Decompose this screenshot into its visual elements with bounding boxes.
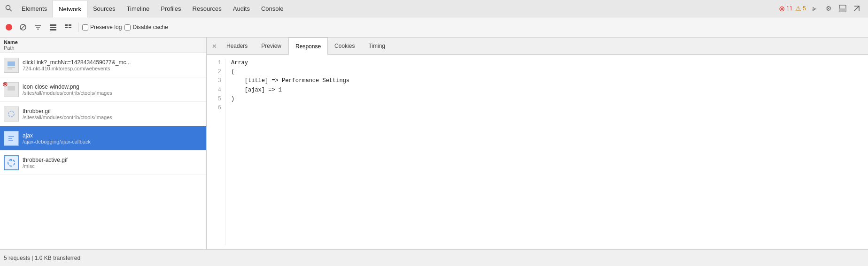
main-layout: Name Path clickLink?_mchNc=1428434459077… <box>0 38 868 249</box>
nav-item-sources[interactable]: Sources <box>87 0 121 17</box>
record-button[interactable] <box>6 24 12 30</box>
disable-cache-group: Disable cache <box>124 24 168 30</box>
preserve-log-checkbox[interactable] <box>82 24 88 30</box>
svg-rect-18 <box>8 86 15 91</box>
svg-rect-6 <box>50 24 56 26</box>
settings-icon[interactable]: ⚙ <box>823 3 834 14</box>
nav-item-profiles[interactable]: Profiles <box>155 0 186 17</box>
nav-item-elements[interactable]: Elements <box>16 0 53 17</box>
right-tabs: ✕ Headers Preview Response Cookies Timin… <box>207 38 868 55</box>
file-path: /sites/all/modules/contrib/ctools/images <box>23 90 112 96</box>
tab-preview[interactable]: Preview <box>255 38 288 55</box>
view-detail-button[interactable] <box>62 21 74 33</box>
file-path: /sites/all/modules/contrib/ctools/images <box>23 114 112 120</box>
file-name: ajax <box>23 132 91 139</box>
response-content: 1 2 3 4 5 6 Array ( [title] => Performan… <box>207 55 868 249</box>
status-text: 5 requests | 1.0 KB transferred <box>4 255 80 261</box>
column-header-name: Name <box>4 39 18 45</box>
left-panel: Name Path clickLink?_mchNc=1428434459077… <box>0 38 207 249</box>
left-panel-header: Name Path <box>0 38 206 53</box>
clear-button[interactable] <box>17 21 29 33</box>
separator-1 <box>78 23 78 32</box>
file-info: icon-close-window.png /sites/all/modules… <box>23 84 112 96</box>
file-info: throbber.gif /sites/all/modules/contrib/… <box>23 108 112 120</box>
svg-rect-3 <box>839 8 846 12</box>
close-panel-button[interactable]: ✕ <box>209 40 220 52</box>
nav-item-network[interactable]: Network <box>53 0 87 17</box>
file-item[interactable]: ⊗ icon-close-window.png /sites/all/modul… <box>0 77 206 102</box>
svg-rect-12 <box>69 27 71 28</box>
right-panel: ✕ Headers Preview Response Cookies Timin… <box>207 38 868 249</box>
warning-badge: ⚠ 5 <box>795 5 806 12</box>
svg-rect-10 <box>69 24 71 26</box>
nav-item-audits[interactable]: Audits <box>227 0 256 17</box>
file-info: throbber-active.gif /misc <box>23 157 68 169</box>
file-item[interactable]: throbber.gif /sites/all/modules/contrib/… <box>0 102 206 126</box>
file-item-ajax[interactable]: ajax /ajax-debugging/ajax-callback <box>0 126 206 151</box>
tab-timing[interactable]: Timing <box>362 38 392 55</box>
code-block: Array ( [title] => Performance Settings … <box>225 59 355 245</box>
filter-button[interactable] <box>32 21 44 33</box>
nav-item-console[interactable]: Console <box>256 0 289 17</box>
file-name: clickLink?_mchNc=1428434459077&_mc... <box>23 59 131 66</box>
dock-icon[interactable] <box>837 3 848 14</box>
toolbar: Preserve log Disable cache <box>0 17 868 38</box>
search-icon[interactable] <box>2 1 16 15</box>
top-nav: Elements Network Sources Timeline Profil… <box>0 0 868 17</box>
preserve-log-label[interactable]: Preserve log <box>90 24 122 30</box>
svg-point-0 <box>6 6 10 10</box>
file-icon: ⊗ <box>4 82 19 97</box>
svg-line-1 <box>10 9 12 12</box>
column-header-path: Path <box>4 45 18 51</box>
file-icon <box>4 58 19 73</box>
file-icon <box>4 106 19 122</box>
tab-cookies[interactable]: Cookies <box>328 38 362 55</box>
nav-right: ⊗ 11 ⚠ 5 ⪢ ⚙ <box>779 3 866 14</box>
tab-headers[interactable]: Headers <box>220 38 255 55</box>
file-path: /ajax-debugging/ajax-callback <box>23 139 91 144</box>
file-item[interactable]: clickLink?_mchNc=1428434459077&_mc... 72… <box>0 53 206 77</box>
disable-cache-label[interactable]: Disable cache <box>132 24 168 30</box>
view-list-button[interactable] <box>47 21 59 33</box>
svg-point-23 <box>10 159 12 161</box>
tab-response[interactable]: Response <box>288 38 328 55</box>
svg-line-5 <box>21 25 25 30</box>
disable-cache-checkbox[interactable] <box>124 24 131 30</box>
svg-rect-7 <box>50 27 56 28</box>
file-info: clickLink?_mchNc=1428434459077&_mc... 72… <box>23 59 131 71</box>
file-path: /misc <box>23 163 68 169</box>
file-name: throbber-active.gif <box>23 157 68 163</box>
svg-rect-9 <box>65 24 68 26</box>
file-path: 724-nkt-410.mktoresp.com/webevents <box>23 66 131 71</box>
file-icon-ajax <box>4 131 19 146</box>
svg-rect-11 <box>65 27 68 28</box>
status-bar: 5 requests | 1.0 KB transferred <box>0 249 868 266</box>
execute-icon[interactable]: ⪢ <box>809 3 820 14</box>
nav-item-resources[interactable]: Resources <box>187 0 227 17</box>
file-info: ajax /ajax-debugging/ajax-callback <box>23 132 91 144</box>
error-badge: ⊗ 11 <box>779 4 792 13</box>
expand-icon[interactable] <box>851 3 862 14</box>
file-icon <box>4 155 19 170</box>
nav-item-timeline[interactable]: Timeline <box>121 0 155 17</box>
preserve-log-group: Preserve log <box>82 24 122 30</box>
svg-rect-14 <box>8 61 15 66</box>
line-numbers: 1 2 3 4 5 6 <box>207 59 225 245</box>
file-list: clickLink?_mchNc=1428434459077&_mc... 72… <box>0 53 206 249</box>
svg-rect-16 <box>8 68 12 69</box>
file-item[interactable]: throbber-active.gif /misc <box>0 151 206 175</box>
file-name: throbber.gif <box>23 108 112 114</box>
svg-rect-15 <box>8 67 15 68</box>
file-name: icon-close-window.png <box>23 84 112 90</box>
svg-rect-8 <box>50 29 56 30</box>
